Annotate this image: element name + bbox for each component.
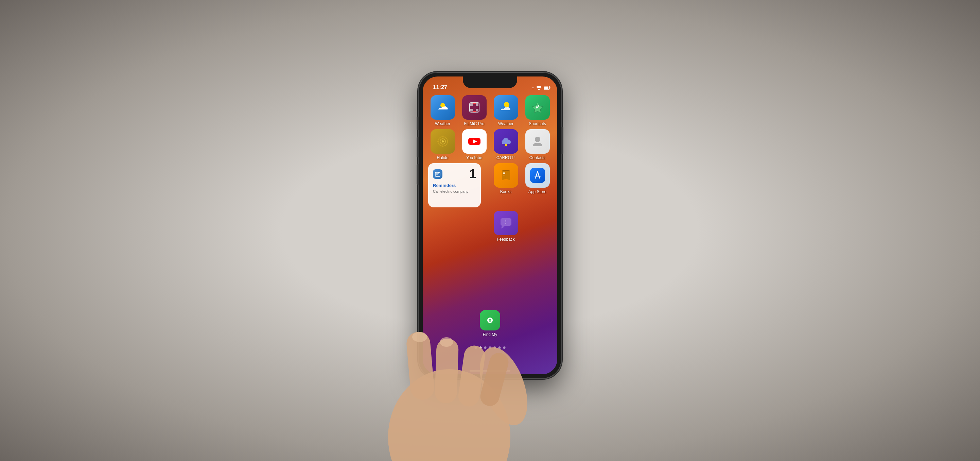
page-dots xyxy=(475,346,506,349)
svg-rect-8 xyxy=(470,109,473,112)
silent-switch xyxy=(417,116,418,130)
app-label-shortcuts: Shortcuts xyxy=(529,121,546,126)
app-row-1: Weather FiLMiC Pro xyxy=(428,95,552,126)
svg-rect-2 xyxy=(550,87,550,88)
dot-5 xyxy=(494,346,496,349)
app-books[interactable]: Books xyxy=(492,163,520,194)
wifi-icon xyxy=(536,85,542,91)
volume-down-button xyxy=(417,164,418,185)
app-carrot[interactable]: CARROT° xyxy=(492,129,520,160)
svg-rect-10 xyxy=(473,103,476,104)
phone-wrapper: 11:27 ↑ xyxy=(418,72,562,378)
app-findmy[interactable]: Find My xyxy=(480,310,500,337)
app-weather2[interactable]: Weather xyxy=(492,95,520,126)
dot-6 xyxy=(498,346,501,349)
battery-icon xyxy=(544,85,550,91)
app-weather1[interactable]: Weather xyxy=(428,95,457,126)
app-row-4: ! Feedback xyxy=(428,211,552,242)
app-label-youtube: YouTube xyxy=(466,155,482,160)
reminders-count: 1 xyxy=(469,168,476,180)
app-row-2: Halide YouTube xyxy=(428,129,552,160)
svg-rect-23 xyxy=(435,172,440,177)
find-my-area: Find My xyxy=(480,310,500,337)
svg-rect-3 xyxy=(544,87,549,89)
app-youtube[interactable]: YouTube xyxy=(460,129,488,160)
app-contacts[interactable]: Contacts xyxy=(523,129,552,160)
svg-rect-26 xyxy=(437,172,438,173)
app-label-halide: Halide xyxy=(437,155,448,160)
app-feedback[interactable]: ! Feedback xyxy=(492,211,520,242)
volume-up-button xyxy=(417,137,418,157)
svg-rect-9 xyxy=(476,109,479,112)
svg-rect-27 xyxy=(438,172,439,173)
reminders-subtitle: Call electric company xyxy=(433,189,476,194)
svg-rect-30 xyxy=(503,173,505,174)
svg-point-15 xyxy=(442,140,444,142)
dot-2 xyxy=(479,346,482,349)
svg-point-22 xyxy=(535,137,540,142)
app-label-feedback: Feedback xyxy=(497,237,515,242)
notch xyxy=(463,77,517,88)
app-label-findmy: Find My xyxy=(483,332,498,337)
status-time: 11:27 xyxy=(433,84,447,91)
reminders-title: Reminders xyxy=(433,183,476,188)
svg-point-12 xyxy=(504,102,509,107)
phone-frame: 11:27 ↑ xyxy=(418,72,562,378)
svg-point-0 xyxy=(538,89,539,90)
dot-7 xyxy=(503,346,506,349)
app-label-weather2: Weather xyxy=(498,121,514,126)
svg-rect-29 xyxy=(503,172,505,173)
app-label-books: Books xyxy=(500,189,511,194)
svg-rect-31 xyxy=(503,175,504,175)
app-label-appstore: App Store xyxy=(528,189,546,194)
app-label-weather1: Weather xyxy=(435,121,450,126)
app-shortcuts[interactable]: Shortcuts xyxy=(523,95,552,126)
svg-rect-32 xyxy=(530,168,545,183)
app-label-carrot: CARROT° xyxy=(496,155,515,160)
app-label-contacts: Contacts xyxy=(530,155,546,160)
app-label-filmic: FiLMiC Pro xyxy=(464,121,484,126)
svg-point-38 xyxy=(490,319,491,321)
app-row-3: 1 Reminders Call electric company xyxy=(428,163,552,207)
dot-1 xyxy=(475,346,477,349)
app-filmic[interactable]: FiLMiC Pro xyxy=(460,95,488,126)
dot-3 xyxy=(484,346,487,349)
reminders-widget-icon xyxy=(433,169,442,179)
location-icon: ↑ xyxy=(532,85,534,91)
svg-rect-11 xyxy=(473,111,476,112)
home-indicator[interactable] xyxy=(469,370,511,372)
svg-text:!: ! xyxy=(505,219,507,225)
svg-rect-6 xyxy=(470,103,473,106)
svg-rect-7 xyxy=(476,103,479,106)
app-halide[interactable]: Halide xyxy=(428,129,457,160)
app-appstore[interactable]: App Store xyxy=(523,163,552,194)
reminders-widget[interactable]: 1 Reminders Call electric company xyxy=(428,163,488,207)
power-button xyxy=(562,127,563,154)
dot-4 xyxy=(489,346,492,349)
status-icons: ↑ xyxy=(532,85,550,91)
phone-screen: 11:27 ↑ xyxy=(423,77,557,374)
